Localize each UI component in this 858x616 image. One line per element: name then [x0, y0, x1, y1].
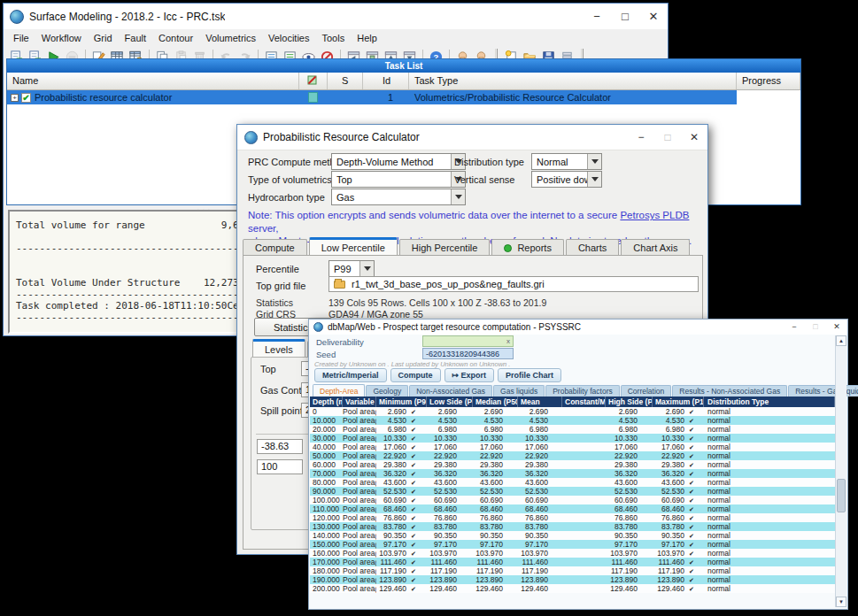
- column-header[interactable]: Distribution Type: [704, 397, 835, 407]
- minimize-button[interactable]: −: [583, 4, 611, 29]
- tab-chart-axis[interactable]: Chart Axis: [621, 239, 690, 256]
- table-row[interactable]: 50.000Pool area(km2)22.920✔22.92022.9202…: [310, 451, 835, 460]
- distribution-type-select[interactable]: Normal: [531, 153, 602, 170]
- tab-geology[interactable]: Geology: [366, 385, 408, 397]
- table-row[interactable]: 80.000Pool area(km2)43.600✔43.60043.6004…: [310, 478, 835, 487]
- table-row[interactable]: 130.000Pool area(km2)83.780✔83.78083.780…: [310, 522, 835, 531]
- table-row[interactable]: 180.000Pool area(km2)117.190✔117.190117.…: [310, 566, 835, 575]
- tab-non-associated-gas[interactable]: Non-Associated Gas: [409, 385, 492, 397]
- scroll-down-icon[interactable]: ▼: [836, 597, 846, 607]
- column-name[interactable]: Name: [7, 73, 299, 89]
- column-progress[interactable]: Progress: [737, 73, 800, 89]
- tab-probability-factors[interactable]: Probability factors: [545, 385, 620, 397]
- scrollbar-thumb[interactable]: [837, 479, 846, 512]
- menu-velocities[interactable]: Velocities: [262, 31, 315, 45]
- menu-volumetrics[interactable]: Volumetrics: [199, 31, 262, 45]
- folder-icon[interactable]: [334, 281, 345, 289]
- vertical-sense-select[interactable]: Positive down: [531, 171, 602, 188]
- column-header[interactable]: Constant/Mode: [562, 397, 606, 407]
- tab-gas-liquids[interactable]: Gas liquids: [493, 385, 545, 397]
- menu-contour[interactable]: Contour: [152, 31, 199, 45]
- task-checkbox[interactable]: ✔: [21, 93, 31, 103]
- table-row[interactable]: 160.000Pool area(km2)103.970✔103.970103.…: [310, 549, 835, 558]
- table-row[interactable]: 190.000Pool area(km2)123.890✔123.890123.…: [310, 575, 835, 584]
- percentile-select[interactable]: P99: [329, 260, 375, 277]
- table-row[interactable]: 170.000Pool area(km2)111.460✔111.460111.…: [310, 558, 835, 566]
- dbmap-maximize-button[interactable]: □: [805, 320, 826, 335]
- column-header[interactable]: Low Side (P90): [427, 397, 473, 407]
- menu-workflow[interactable]: Workflow: [35, 31, 88, 45]
- clear-icon[interactable]: x: [506, 337, 510, 345]
- table-row[interactable]: 30.000Pool area(km2)10.330✔10.33010.3301…: [310, 434, 835, 443]
- table-row[interactable]: 10.000Pool area(km2)4.530✔4.5304.5304.53…: [310, 416, 835, 425]
- main-titlebar[interactable]: Surface Modeling - 2018.2 - Icc - PRC.ts…: [4, 4, 668, 29]
- column-header[interactable]: Minimum (P99): [376, 397, 427, 407]
- column-header[interactable]: Median (P50): [473, 397, 518, 407]
- task-list-caption[interactable]: Task List: [7, 59, 800, 73]
- table-row[interactable]: 150.000Pool area(km2)97.170✔97.17097.170…: [310, 540, 835, 549]
- menu-tools[interactable]: Tools: [316, 31, 352, 45]
- expand-icon[interactable]: +: [11, 94, 19, 102]
- dbmap-close-button[interactable]: ✕: [826, 320, 847, 335]
- column-task-type[interactable]: Task Type: [409, 73, 737, 89]
- tab-charts[interactable]: Charts: [566, 239, 619, 256]
- table-row[interactable]: 100.000Pool area(km2)60.690✔60.69060.690…: [310, 496, 835, 504]
- task-row[interactable]: + ✔ Probabilistic resource calculator 1 …: [7, 90, 800, 104]
- prc-compute-method-select[interactable]: Depth-Volume Method: [331, 153, 466, 170]
- seed-input[interactable]: -6201331820944386: [422, 348, 514, 359]
- table-row[interactable]: 70.000Pool area(km2)36.320✔36.32036.3203…: [310, 469, 835, 478]
- tab-depth-area[interactable]: Depth-Area: [313, 384, 365, 397]
- column-header[interactable]: High Side (P10): [606, 397, 653, 407]
- menu-file[interactable]: File: [7, 31, 35, 45]
- prc-maximize-button[interactable]: □: [654, 125, 681, 150]
- petrosys-pldb-link[interactable]: Petrosys PLDB: [620, 210, 689, 220]
- column-header[interactable]: Maximum (P1): [653, 397, 704, 407]
- tab-high-percentile[interactable]: High Percentile: [399, 239, 491, 256]
- compute-button[interactable]: Compute: [390, 368, 441, 382]
- tab-results-non-associated-gas[interactable]: Results - Non-Associated Gas: [672, 385, 787, 397]
- tab-levels[interactable]: Levels: [252, 339, 305, 358]
- dbmap-titlebar[interactable]: dbMap/Web - Prospect target resource com…: [309, 320, 847, 335]
- column-id[interactable]: Id: [363, 73, 409, 89]
- prc-minimize-button[interactable]: −: [628, 125, 654, 150]
- table-row[interactable]: 20.000Pool area(km2)6.980✔6.9806.9806.98…: [310, 425, 835, 434]
- column-header[interactable]: Variable: [343, 397, 376, 407]
- profile-chart-button[interactable]: Profile Chart: [498, 368, 561, 382]
- table-row[interactable]: 0Pool area(km2)2.690✔2.6902.6902.6902.69…: [310, 407, 835, 416]
- dbmap-minimize-button[interactable]: −: [784, 320, 805, 335]
- tab-reports[interactable]: Reports: [491, 239, 564, 256]
- task-name-cell[interactable]: + ✔ Probabilistic resource calculator: [7, 90, 299, 104]
- table-row[interactable]: 40.000Pool area(km2)17.060✔17.06017.0601…: [310, 443, 835, 451]
- tab-results-gas-liquids[interactable]: Results - Gas liquids: [788, 385, 858, 397]
- vertical-scrollbar[interactable]: ▲ ▼: [835, 335, 846, 607]
- scroll-up-icon[interactable]: ▲: [836, 335, 846, 346]
- min-level-input[interactable]: -38.63: [257, 439, 303, 454]
- table-row[interactable]: 200.000Pool area(km2)129.460✔129.460129.…: [310, 584, 835, 593]
- refinement-input[interactable]: 100: [257, 459, 303, 474]
- prc-titlebar[interactable]: Probabilistic Resource Calculator − □ ✕: [237, 125, 707, 150]
- type-of-volumetrics-select[interactable]: Top: [331, 171, 466, 188]
- menu-help[interactable]: Help: [351, 31, 383, 45]
- table-row[interactable]: 110.000Pool area(km2)68.460✔68.46068.460…: [310, 504, 835, 513]
- top-grid-file-input[interactable]: r1_twt_3d_base_pos_up_pos&neg_faults.gri: [329, 276, 699, 292]
- table-row[interactable]: 60.000Pool area(km2)29.380✔29.38029.3802…: [310, 460, 835, 469]
- column-header[interactable]: Mean: [518, 397, 562, 407]
- tab-compute[interactable]: Compute: [243, 239, 307, 256]
- table-row[interactable]: 140.000Pool area(km2)90.350✔90.35090.350…: [310, 531, 835, 540]
- close-button[interactable]: ✕: [639, 4, 668, 29]
- prc-close-button[interactable]: ✕: [681, 125, 707, 150]
- menu-grid[interactable]: Grid: [88, 31, 119, 45]
- maximize-button[interactable]: □: [611, 4, 639, 29]
- column-s[interactable]: S: [328, 73, 363, 89]
- table-row[interactable]: 90.000Pool area(km2)52.530✔52.53052.5305…: [310, 487, 835, 496]
- hydrocarbon-type-select[interactable]: Gas: [331, 189, 466, 205]
- metric-imperial-button[interactable]: Metric/Imperial: [314, 368, 387, 382]
- menu-fault[interactable]: Fault: [119, 31, 152, 45]
- column-header[interactable]: Depth (m): [310, 397, 343, 407]
- column-flag[interactable]: [299, 73, 328, 89]
- deliverability-input[interactable]: x: [422, 335, 514, 347]
- export-button[interactable]: ↦ Export: [444, 368, 495, 382]
- tab-correlation[interactable]: Correlation: [621, 385, 672, 397]
- table-row[interactable]: 120.000Pool area(km2)76.860✔76.86076.860…: [310, 513, 835, 522]
- tab-low-percentile[interactable]: Low Percentile: [309, 237, 398, 256]
